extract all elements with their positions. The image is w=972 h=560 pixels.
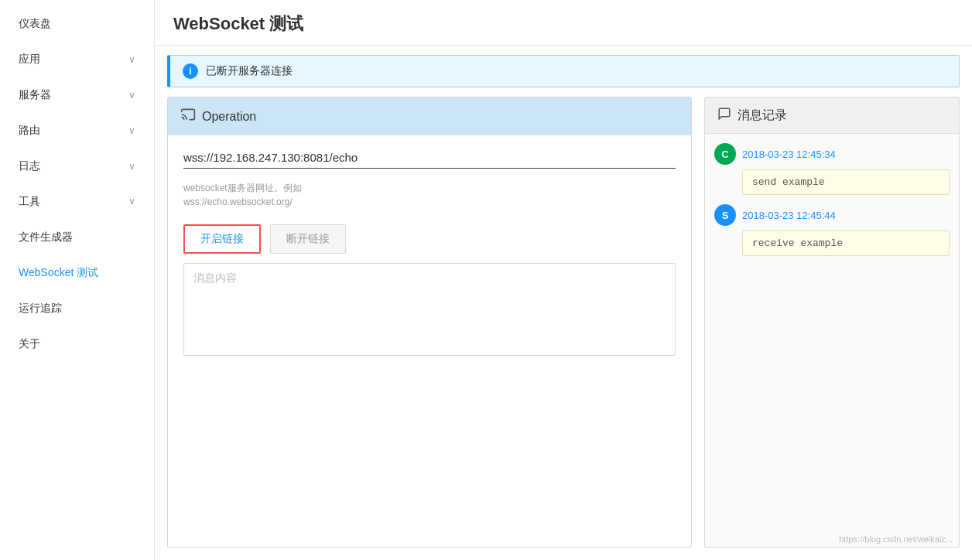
log-entry-header: S 2018-03-23 12:45:44: [714, 204, 950, 226]
chevron-down-icon: ∨: [128, 125, 135, 136]
sidebar-item-file-gen[interactable]: 文件生成器: [0, 220, 154, 255]
sidebar-item-label: 仪表盘: [19, 17, 51, 31]
alert-message: 已断开服务器连接: [206, 64, 293, 78]
sidebar-item-label: 关于: [19, 337, 40, 351]
url-input-wrapper: [183, 151, 676, 169]
message-textarea[interactable]: [183, 263, 676, 356]
sidebar-item-dashboard[interactable]: 仪表盘: [0, 6, 154, 42]
log-entry: C 2018-03-23 12:45:34 send example: [714, 143, 950, 195]
sidebar-item-label: 日志: [19, 159, 40, 173]
content-body: Operation websocket服务器网址。例如 wss://echo.w…: [155, 97, 972, 560]
footer-watermark: https://blog.csdn.net/weikaiz...: [705, 533, 959, 547]
avatar: C: [714, 143, 736, 165]
page-header: WebSocket 测试: [155, 0, 972, 46]
sidebar-item-label: 文件生成器: [19, 230, 73, 244]
log-message: send example: [742, 169, 950, 195]
log-entry-header: C 2018-03-23 12:45:34: [714, 143, 950, 165]
operation-header: Operation: [168, 97, 691, 135]
chevron-down-icon: ∨: [128, 161, 135, 172]
sidebar-item-label: WebSocket 测试: [19, 266, 98, 280]
log-timestamp: 2018-03-23 12:45:34: [742, 149, 836, 160]
log-message: receive example: [742, 230, 950, 256]
sidebar-item-logs[interactable]: 日志 ∨: [0, 149, 154, 184]
sidebar: 仪表盘 应用 ∨ 服务器 ∨ 路由 ∨ 日志 ∨ 工具 ∧ 文件生成器 WebS…: [0, 0, 155, 560]
sidebar-item-label: 运行追踪: [19, 302, 62, 316]
page-title: WebSocket 测试: [173, 12, 953, 36]
log-entry: S 2018-03-23 12:45:44 receive example: [714, 204, 950, 256]
operation-body: websocket服务器网址。例如 wss://echo.websocket.o…: [168, 135, 691, 371]
sidebar-item-tools[interactable]: 工具 ∧: [0, 184, 154, 220]
sidebar-item-label: 应用: [19, 53, 40, 67]
sidebar-item-label: 工具: [19, 195, 40, 209]
sidebar-item-label: 路由: [19, 124, 40, 138]
sidebar-item-label: 服务器: [19, 88, 51, 102]
sidebar-item-trace[interactable]: 运行追踪: [0, 291, 154, 326]
alert-bar: i 已断开服务器连接: [167, 55, 960, 87]
chevron-down-icon: ∨: [128, 90, 135, 101]
btn-row: 开启链接 断开链接: [183, 224, 676, 254]
cast-icon: [180, 107, 196, 126]
url-hint: websocket服务器网址。例如 wss://echo.websocket.o…: [183, 181, 676, 209]
sidebar-item-about[interactable]: 关于: [0, 326, 154, 362]
log-header-label: 消息记录: [738, 108, 787, 124]
log-body: C 2018-03-23 12:45:34 send example S 201…: [705, 134, 959, 533]
info-icon: i: [183, 63, 198, 79]
chevron-up-icon: ∧: [128, 196, 135, 207]
disconnect-button[interactable]: 断开链接: [270, 224, 346, 254]
operation-header-label: Operation: [202, 110, 256, 124]
sidebar-item-websocket[interactable]: WebSocket 测试: [0, 255, 154, 291]
log-panel: 消息记录 C 2018-03-23 12:45:34 send example: [704, 97, 960, 548]
sidebar-item-routes[interactable]: 路由 ∨: [0, 113, 154, 149]
chevron-down-icon: ∨: [128, 54, 135, 65]
message-icon: [717, 107, 731, 124]
log-timestamp: 2018-03-23 12:45:44: [742, 210, 836, 221]
log-header: 消息记录: [705, 97, 959, 134]
sidebar-item-apps[interactable]: 应用 ∨: [0, 42, 154, 77]
avatar: S: [714, 204, 736, 226]
sidebar-item-server[interactable]: 服务器 ∨: [0, 77, 154, 113]
operation-panel: Operation websocket服务器网址。例如 wss://echo.w…: [167, 97, 692, 548]
websocket-url-input[interactable]: [183, 151, 676, 164]
connect-button[interactable]: 开启链接: [183, 224, 261, 254]
main-content: WebSocket 测试 i 已断开服务器连接 Operation: [155, 0, 972, 560]
